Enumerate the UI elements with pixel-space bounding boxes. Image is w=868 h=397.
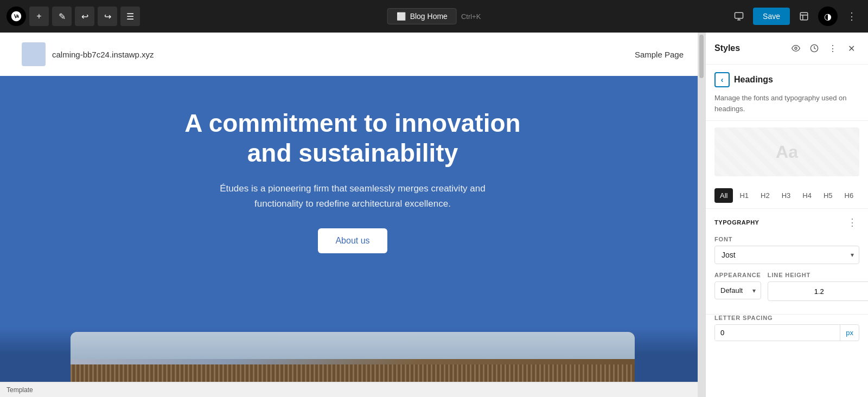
layout-button[interactable] — [794, 7, 814, 26]
status-label: Template — [7, 386, 33, 394]
back-row: ‹ Headings — [714, 72, 859, 87]
panel-header-icons: ⋮ ✕ — [788, 40, 859, 56]
eye-icon — [792, 44, 800, 53]
typography-label: Typography — [714, 219, 760, 226]
line-height-input[interactable] — [768, 284, 868, 299]
history-button[interactable] — [806, 40, 822, 56]
line-height-col: LINE HEIGHT + − — [768, 272, 868, 301]
save-button[interactable]: Save — [753, 8, 790, 25]
font-select-wrapper: Jost ▾ — [714, 246, 859, 264]
redo-button[interactable]: ↪ — [98, 7, 117, 26]
nav-link[interactable]: Sample Page — [635, 50, 684, 59]
letter-spacing-wrapper: px — [714, 324, 859, 341]
toolbar: + ✎ ↩ ↪ ☰ ⬜ Blog Home Ctrl+K Save ◑ ⋮ — [0, 0, 868, 33]
font-select[interactable]: Jost — [714, 246, 859, 264]
view-button[interactable] — [729, 7, 749, 26]
panel-more-button[interactable]: ⋮ — [825, 40, 841, 56]
tab-h5[interactable]: H5 — [818, 188, 838, 203]
site-domain: calming-bb7c24.instawp.xyz — [52, 50, 154, 59]
line-height-stepper: + − — [768, 281, 868, 301]
hero-subtitle: Études is a pioneering firm that seamles… — [201, 181, 505, 210]
site-nav: calming-bb7c24.instawp.xyz Sample Page — [0, 33, 705, 76]
undo-button[interactable]: ↩ — [75, 7, 94, 26]
appearance-lineheight-row: APPEARANCE Default ▾ LINE HEIGHT + − — [714, 272, 859, 301]
add-button[interactable]: + — [29, 7, 49, 26]
letter-spacing-unit[interactable]: px — [840, 325, 859, 341]
layout-icon — [799, 11, 809, 21]
tab-h1[interactable]: H1 — [734, 188, 754, 203]
panel-title: Styles — [714, 43, 740, 53]
tab-h4[interactable]: H4 — [797, 188, 817, 203]
status-bar: Template — [0, 382, 698, 397]
toolbar-center: ⬜ Blog Home Ctrl+K — [387, 8, 481, 24]
more-options-button[interactable]: ⋮ — [842, 7, 861, 26]
pen-button[interactable]: ✎ — [52, 7, 72, 26]
line-height-label: LINE HEIGHT — [768, 272, 868, 278]
wordpress-icon — [10, 10, 22, 22]
shortcut-hint: Ctrl+K — [461, 12, 481, 21]
section-title: Headings — [734, 75, 773, 85]
typography-section: Typography ⋮ FONT Jost ▾ APPEARANCE Defa… — [706, 209, 868, 315]
hero-title: A commitment to innovation and sustainab… — [163, 108, 542, 168]
eye-button[interactable] — [788, 40, 804, 56]
typography-header-row: Typography ⋮ — [714, 215, 859, 229]
heading-tabs: All H1 H2 H3 H4 H5 H6 — [706, 183, 868, 209]
tab-h3[interactable]: H3 — [776, 188, 796, 203]
styles-panel: Styles ⋮ ✕ ‹ Headings Manage the fonts a… — [705, 33, 868, 397]
clock-icon — [810, 44, 819, 53]
panel-header: Styles ⋮ ✕ — [706, 33, 868, 65]
svg-rect-0 — [735, 12, 743, 18]
font-label: FONT — [714, 236, 859, 242]
headings-section-header: ‹ Headings Manage the fonts and typograp… — [706, 65, 868, 121]
scroll-thumb — [699, 35, 704, 78]
back-button[interactable]: ‹ — [714, 72, 730, 87]
monitor-icon — [734, 11, 744, 21]
letter-spacing-section: LETTER SPACING px — [706, 315, 868, 350]
scrollbar[interactable] — [698, 33, 705, 397]
tab-all[interactable]: All — [714, 188, 733, 203]
appearance-label: APPEARANCE — [714, 272, 761, 278]
preview-bg — [714, 127, 859, 176]
svg-rect-1 — [800, 12, 808, 20]
tab-h2[interactable]: H2 — [755, 188, 775, 203]
dark-mode-button[interactable]: ◑ — [818, 7, 838, 26]
canvas-area: calming-bb7c24.instawp.xyz Sample Page A… — [0, 33, 705, 397]
letter-spacing-label: LETTER SPACING — [714, 315, 859, 321]
toolbar-right: Save ◑ ⋮ — [729, 7, 861, 26]
letter-spacing-input[interactable] — [715, 325, 840, 341]
typography-preview: Aa — [714, 127, 859, 176]
appearance-select[interactable]: Default — [714, 281, 761, 299]
svg-point-2 — [795, 47, 797, 49]
site-preview: calming-bb7c24.instawp.xyz Sample Page A… — [0, 33, 705, 397]
building-sky — [71, 332, 635, 359]
typography-more-button[interactable]: ⋮ — [845, 215, 859, 229]
appearance-col: APPEARANCE Default ▾ — [714, 272, 761, 301]
panel-close-button[interactable]: ✕ — [843, 40, 859, 56]
appearance-select-wrapper: Default ▾ — [714, 281, 761, 299]
page-icon: ⬜ — [397, 12, 406, 21]
about-us-button[interactable]: About us — [318, 228, 387, 253]
section-description: Manage the fonts and typography used on … — [714, 93, 859, 114]
hero-section: A commitment to innovation and sustainab… — [0, 76, 705, 280]
list-button[interactable]: ☰ — [120, 7, 140, 26]
main-layout: calming-bb7c24.instawp.xyz Sample Page A… — [0, 33, 868, 397]
wp-logo — [7, 7, 26, 26]
site-logo: calming-bb7c24.instawp.xyz — [22, 42, 154, 66]
logo-box — [22, 42, 46, 66]
page-selector[interactable]: ⬜ Blog Home — [387, 8, 457, 24]
page-name: Blog Home — [410, 12, 448, 21]
tab-h6[interactable]: H6 — [839, 188, 859, 203]
